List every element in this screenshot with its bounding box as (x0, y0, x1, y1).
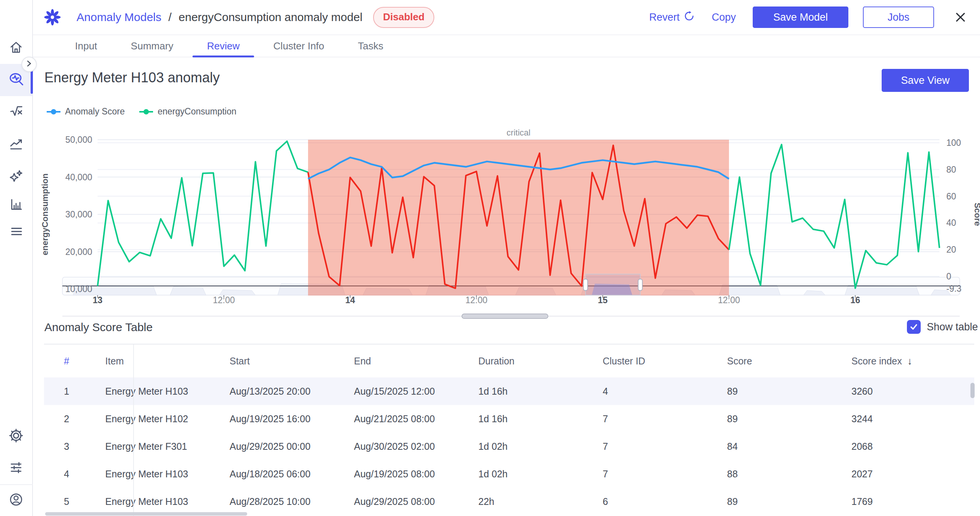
table-header-row: #ItemStartEndDurationCluster IDScoreScor… (44, 345, 974, 377)
table-cell: 4 (44, 469, 89, 480)
table-section-title: Anomaly Score Table (44, 321, 153, 334)
chevron-right-icon (25, 59, 33, 69)
sidebar-item-settings[interactable] (0, 424, 32, 449)
table-row[interactable]: 5Energy Meter H103Aug/28/2025 10:00Aug/2… (44, 488, 974, 515)
tab-tasks[interactable]: Tasks (341, 35, 400, 57)
app-window: Anomaly Models / energyConsumption anoma… (0, 0, 980, 516)
table-vertical-scrollbar[interactable] (970, 383, 975, 398)
table-row[interactable]: 2Energy Meter H102Aug/19/2025 16:00Aug/2… (44, 405, 974, 433)
sidebar-expand-button[interactable] (21, 57, 37, 72)
sort-desc-icon[interactable]: ↓ (907, 355, 912, 367)
table-cell: Energy Meter H103 (89, 386, 214, 397)
svg-text:40: 40 (946, 218, 956, 228)
table-cell: 1d 16h (462, 413, 587, 425)
trend-chart-icon (8, 136, 24, 153)
jobs-button[interactable]: Jobs (863, 7, 934, 28)
breadcrumb-link[interactable]: Anomaly Models (77, 11, 161, 23)
column-header-start[interactable]: Start (214, 356, 338, 367)
anomaly-search-icon (8, 71, 24, 89)
table-cell: 2068 (835, 441, 974, 452)
table-cell: Aug/19/2025 16:00 (214, 413, 338, 425)
table-cell: Energy Meter H103 (89, 469, 214, 480)
table-cell: 2 (44, 413, 89, 425)
anomaly-chart[interactable]: critical10,00020,00030,00040,00050,000en… (33, 126, 980, 325)
tab-cluster-info[interactable]: Cluster Info (256, 35, 341, 57)
svg-text:50,000: 50,000 (65, 135, 92, 145)
tab-input[interactable]: Input (58, 35, 114, 57)
column-header-duration[interactable]: Duration (462, 356, 587, 367)
bar-chart-icon (8, 197, 24, 214)
save-model-button[interactable]: Save Model (753, 7, 848, 28)
chart-horizontal-scrollbar[interactable] (462, 314, 548, 318)
svg-text:16: 16 (850, 295, 860, 305)
menu-icon (8, 224, 24, 240)
sidebar-item-preferences[interactable] (0, 456, 32, 480)
svg-text:15: 15 (598, 295, 608, 305)
legend-label: energyConsumption (158, 106, 236, 117)
table-cell: 7 (587, 469, 711, 480)
sidebar-item-functions[interactable] (0, 100, 32, 124)
table-cell: 1d 02h (462, 469, 587, 480)
legend-marker-icon (46, 109, 61, 115)
table-cell: 89 (711, 496, 835, 507)
sidebar-item-reports[interactable] (0, 193, 32, 217)
table-cell: 1 (44, 386, 89, 397)
svg-text:30,000: 30,000 (65, 209, 92, 219)
sidebar (0, 0, 33, 516)
svg-text:12:00: 12:00 (718, 295, 740, 305)
table-cell: 7 (587, 441, 711, 452)
column-header-end[interactable]: End (338, 356, 462, 367)
table-cell: Energy Meter F301 (89, 441, 214, 452)
tab-summary[interactable]: Summary (114, 35, 190, 57)
column-header--[interactable]: # (44, 356, 89, 367)
table-cell: 3260 (835, 386, 974, 397)
table-cell: Aug/21/2025 08:00 (338, 413, 462, 425)
legend-item[interactable]: Anomaly Score (46, 106, 125, 117)
table-row[interactable]: 3Energy Meter F301Aug/29/2025 00:00Aug/3… (44, 433, 974, 460)
chart-legend: Anomaly ScoreenergyConsumption (46, 106, 236, 117)
column-header-item[interactable]: Item (89, 356, 214, 367)
svg-text:energyConsumption: energyConsumption (40, 173, 50, 255)
column-header-score-index[interactable]: Score index↓ (835, 355, 974, 367)
table-cell: 89 (711, 413, 835, 425)
table-cell: 1d 02h (462, 441, 587, 452)
table-row[interactable]: 1Energy Meter H103Aug/13/2025 20:00Aug/1… (44, 377, 974, 405)
sidebar-item-insights[interactable] (0, 165, 32, 189)
tab-review[interactable]: Review (190, 35, 256, 57)
legend-item[interactable]: energyConsumption (139, 106, 236, 117)
column-separator (133, 345, 134, 516)
sidebar-item-account[interactable] (0, 488, 32, 513)
table-cell: Aug/29/2025 00:00 (214, 441, 338, 452)
sidebar-item-trends[interactable] (0, 132, 32, 157)
user-icon (8, 492, 24, 509)
copy-button[interactable]: Copy (712, 11, 736, 23)
sliders-icon (8, 460, 24, 477)
svg-text:13: 13 (93, 295, 103, 305)
svg-text:0: 0 (946, 271, 951, 281)
table-cell: 5 (44, 496, 89, 507)
header: Anomaly Models / energyConsumption anoma… (33, 0, 980, 35)
close-icon[interactable] (954, 11, 967, 24)
breadcrumb: Anomaly Models / energyConsumption anoma… (77, 11, 362, 24)
show-table-checkbox[interactable] (907, 320, 921, 334)
column-header-cluster-id[interactable]: Cluster ID (587, 356, 711, 367)
table-horizontal-scrollbar[interactable] (45, 512, 247, 516)
sidebar-item-menu[interactable] (0, 220, 32, 244)
anomaly-score-table: #ItemStartEndDurationCluster IDScoreScor… (44, 344, 974, 516)
sparkles-icon (8, 169, 24, 186)
table-cell: 88 (711, 469, 835, 480)
svg-text:60: 60 (946, 191, 956, 201)
table-cell: 7 (587, 413, 711, 425)
status-badge: Disabled (373, 7, 434, 28)
revert-button[interactable]: Revert (649, 10, 695, 24)
show-table-toggle[interactable]: Show table (907, 320, 978, 334)
legend-label: Anomaly Score (65, 106, 125, 117)
svg-text:100: 100 (946, 138, 961, 148)
table-row[interactable]: 4Energy Meter H103Aug/18/2025 06:00Aug/1… (44, 460, 974, 488)
show-table-label: Show table (927, 321, 978, 333)
column-header-score[interactable]: Score (711, 356, 835, 367)
table-cell: Energy Meter H103 (89, 496, 214, 507)
table-cell: 4 (587, 386, 711, 397)
table-cell: 89 (711, 386, 835, 397)
save-view-button[interactable]: Save View (882, 69, 969, 92)
